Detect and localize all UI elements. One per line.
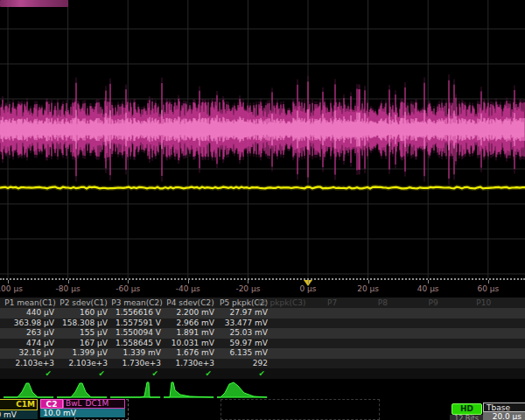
measurement-cell: 440 µV xyxy=(4,308,57,318)
time-tick-label: 60 µs xyxy=(477,284,499,293)
measurement-row: 363.98 µV158.308 µV1.557591 V2.966 mV33.… xyxy=(0,318,525,329)
measurement-row: 2.103e+32.103e+31.730e+31.730e+3292 xyxy=(0,359,525,369)
channel-c2-coupling: BwL DC1M xyxy=(63,399,125,409)
timebase-scale: 20.0 µs xyxy=(483,412,525,420)
parameter-header-inactive[interactable]: P9 xyxy=(429,298,438,307)
measurement-table: P1 mean(C1)P2 sdev(C1)P3 mean(C2)P4 sdev… xyxy=(0,298,525,379)
measurement-row: 440 µV160 µV1.556616 V2.200 mV27.97 mV xyxy=(0,308,525,318)
measurement-cell: 292 xyxy=(217,359,270,369)
oscilloscope-screen: -100 µs-80 µs-60 µs-40 µs-20 µs0 µs20 µs… xyxy=(0,0,525,420)
check-icon: ✔ xyxy=(57,368,110,379)
measurement-cell: 1.730e+3 xyxy=(164,359,217,369)
hd-bits-label: 12 Bits xyxy=(450,415,483,420)
check-icon: ✔ xyxy=(110,368,164,379)
measurement-cell: 155 µV xyxy=(57,328,110,339)
histicon-spike-left[interactable] xyxy=(164,381,214,398)
axis-tick-mark xyxy=(488,280,489,284)
axis-tick-mark xyxy=(368,280,369,284)
measurement-status-row: ✔✔✔✔✔ xyxy=(0,368,525,379)
measurement-row: 474 µV167 µV1.558645 V10.031 mV59.97 mV xyxy=(0,339,525,349)
axis-tick-mark xyxy=(8,280,9,284)
parameter-header-inactive[interactable]: P10 xyxy=(476,298,491,307)
parameter-header[interactable]: P4 sdev(C2) xyxy=(166,298,214,307)
measurement-cell: 1.339 mV xyxy=(110,348,164,359)
time-tick-label: -60 µs xyxy=(116,284,140,293)
measurement-cell: 33.477 mV xyxy=(217,318,270,329)
measurement-cell: 263 µV xyxy=(4,328,57,339)
measurement-cell: 10.031 mV xyxy=(164,339,217,349)
time-axis: -100 µs-80 µs-60 µs-40 µs-20 µs0 µs20 µs… xyxy=(0,278,525,299)
measurement-cell: 1.730e+3 xyxy=(110,359,164,369)
axis-tick-mark xyxy=(128,280,129,284)
measurement-row: 32.16 µV1.399 µV1.339 mV1.676 mV6.135 mV xyxy=(0,348,525,359)
measurement-cell: 6.135 mV xyxy=(217,348,270,359)
timebase-descriptor[interactable]: Tbase 20.0 µs xyxy=(483,402,525,420)
parameter-header-inactive[interactable]: P8 xyxy=(378,298,388,307)
axis-tick-mark xyxy=(428,280,429,284)
histicon-bell-wide[interactable] xyxy=(217,381,268,398)
measurement-cell: 160 µV xyxy=(57,308,110,318)
channel-c1-descriptor[interactable]: C1M 0 mV xyxy=(0,399,38,419)
parameter-header-inactive[interactable]: P6 pkpk(C3) xyxy=(258,298,306,307)
measurement-cell: 27.97 mV xyxy=(217,308,270,318)
axis-tick-mark xyxy=(68,280,69,284)
measurement-cell: 1.556616 V xyxy=(110,308,164,318)
histicon-strip xyxy=(0,379,525,399)
coupling-flag: DC1M xyxy=(86,400,109,408)
waveform-plot xyxy=(0,0,525,278)
time-tick-label: -20 µs xyxy=(235,284,260,293)
descriptor-bar: C1M 0 mV + C2 BwL DC1M 10.0 mV HD 12 Bit… xyxy=(0,399,525,420)
measurement-cell: 2.103e+3 xyxy=(57,359,110,369)
channel-c2-descriptor[interactable]: C2 BwL DC1M 10.0 mV xyxy=(40,399,125,419)
parameter-header[interactable]: P2 sdev(C1) xyxy=(60,298,107,307)
time-tick-label: 20 µs xyxy=(357,284,379,293)
time-tick-label: -80 µs xyxy=(56,284,80,293)
measurement-cell: 363.98 µV xyxy=(4,318,57,329)
axis-tick-mark xyxy=(248,280,248,284)
histicon-spike-right[interactable] xyxy=(110,381,161,398)
histicon-bell[interactable] xyxy=(4,381,54,398)
measurement-cell: 25.03 mV xyxy=(217,328,270,339)
channel-c2-label: C2 xyxy=(40,399,63,409)
measurement-cell: 1.399 µV xyxy=(57,348,110,359)
partial-trace-label xyxy=(0,0,68,7)
measurement-header-row: P1 mean(C1)P2 sdev(C1)P3 mean(C2)P4 sdev… xyxy=(0,298,525,308)
timebase-label: Tbase xyxy=(483,402,525,412)
measurement-cell: 1.558645 V xyxy=(110,339,164,349)
bwl-flag: BwL xyxy=(66,400,82,408)
measurement-cell: 59.97 mV xyxy=(217,339,270,349)
measurement-cell: 1.550094 V xyxy=(110,328,164,339)
check-icon: ✔ xyxy=(164,368,217,379)
parameter-header[interactable]: P3 mean(C2) xyxy=(111,298,163,307)
histicon-bell[interactable] xyxy=(57,381,108,398)
measurement-cell: 2.103e+3 xyxy=(4,359,57,369)
measurement-cell: 167 µV xyxy=(57,339,110,349)
channel-c1-scale: 0 mV xyxy=(0,410,38,419)
time-tick-label: -40 µs xyxy=(176,284,200,293)
axis-tick-mark xyxy=(188,280,189,284)
measurement-cell: 474 µV xyxy=(4,339,57,349)
hd-mode-badge[interactable]: HD xyxy=(452,403,482,415)
measurement-row: 263 µV155 µV1.550094 V1.891 mV25.03 mV xyxy=(0,328,525,339)
channel-c2-scale: 10.0 mV xyxy=(40,409,125,417)
check-icon: ✔ xyxy=(4,368,57,379)
time-tick-label: 40 µs xyxy=(417,284,439,293)
empty-descriptor-slot[interactable] xyxy=(220,399,380,420)
measurement-cell: 32.16 µV xyxy=(4,348,57,359)
parameter-header-inactive[interactable]: P7 xyxy=(327,298,337,307)
parameter-header[interactable]: P1 mean(C1) xyxy=(4,298,56,307)
measurement-cell: 2.966 mV xyxy=(164,318,217,329)
channel-c2-title: C2 BwL DC1M xyxy=(40,399,125,409)
time-tick-label: -100 µs xyxy=(0,284,23,293)
measurement-cell: 1.676 mV xyxy=(164,348,217,359)
measurement-cell: 2.200 mV xyxy=(164,308,217,318)
measurement-cell: 1.891 mV xyxy=(164,328,217,339)
measurement-cell: 158.308 µV xyxy=(57,318,110,329)
check-icon: ✔ xyxy=(217,368,270,379)
measurement-cell: 1.557591 V xyxy=(110,318,164,329)
channel-c1-label: C1M xyxy=(0,399,38,410)
waveform-grid[interactable] xyxy=(0,0,525,278)
axis-tick-mark xyxy=(308,280,309,284)
time-tick-label: 0 µs xyxy=(299,284,316,293)
